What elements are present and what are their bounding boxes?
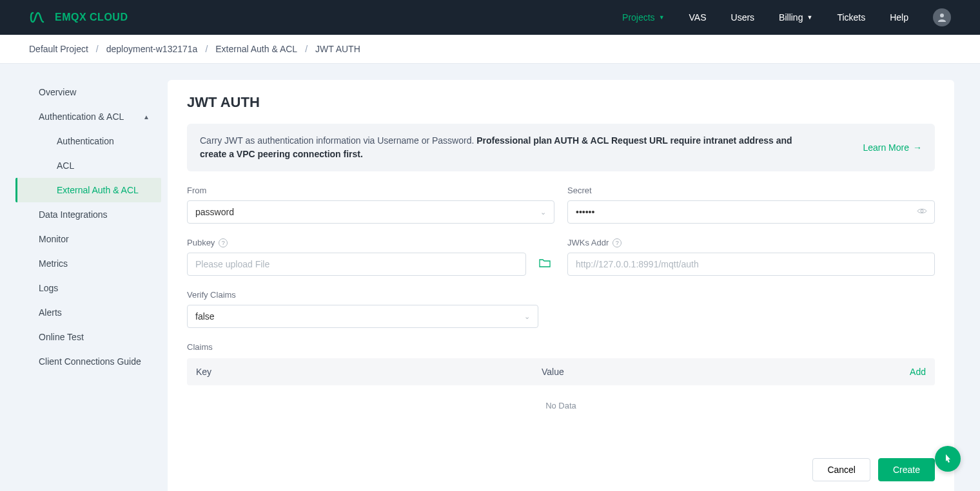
nav-billing[interactable]: Billing ▼ — [779, 12, 812, 23]
brand-logo[interactable]: EMQX CLOUD — [29, 11, 128, 24]
help-icon[interactable]: ? — [219, 238, 228, 247]
svg-point-0 — [940, 14, 944, 17]
chevron-down-icon: ▼ — [659, 14, 665, 21]
sidebar-online-test[interactable]: Online Test — [8, 325, 161, 349]
from-select[interactable]: password ⌄ — [187, 200, 554, 224]
sidebar-metrics[interactable]: Metrics — [8, 251, 161, 276]
claims-label: Claims — [187, 342, 935, 352]
pubkey-input[interactable]: Please upload File — [187, 253, 526, 276]
chevron-down-icon: ⌄ — [540, 208, 546, 217]
sidebar-logs[interactable]: Logs — [8, 276, 161, 300]
user-icon — [936, 12, 948, 23]
avatar[interactable] — [933, 8, 951, 26]
secret-label: Secret — [567, 186, 935, 195]
sidebar-authentication[interactable]: Authentication — [8, 129, 161, 153]
nav-vas[interactable]: VAS — [689, 12, 707, 23]
folder-icon[interactable] — [535, 254, 554, 274]
chevron-up-icon: ▲ — [143, 113, 150, 120]
crumb-deployment[interactable]: deployment-w132171a — [106, 44, 198, 54]
eye-icon[interactable] — [917, 206, 927, 218]
sidebar-data-integrations[interactable]: Data Integrations — [8, 202, 161, 227]
crumb-jwt: JWT AUTH — [315, 44, 360, 54]
page-title: JWT AUTH — [187, 94, 935, 111]
sidebar-overview[interactable]: Overview — [8, 80, 161, 104]
jwks-input[interactable] — [567, 253, 935, 276]
nav-projects[interactable]: Projects ▼ — [622, 12, 665, 23]
learn-more-link[interactable]: Learn More → — [863, 142, 922, 153]
sidebar-monitor[interactable]: Monitor — [8, 227, 161, 251]
sidebar-alerts[interactable]: Alerts — [8, 300, 161, 325]
sidebar: Overview Authentication & ACL ▲ Authenti… — [0, 64, 168, 491]
arrow-right-icon: → — [913, 142, 922, 153]
breadcrumb: Default Project / deployment-w132171a / … — [0, 35, 980, 64]
sidebar-auth-acl[interactable]: Authentication & ACL ▲ — [8, 104, 161, 129]
nav-users[interactable]: Users — [731, 12, 755, 23]
verify-claims-select[interactable]: false ⌄ — [187, 305, 538, 328]
verify-claims-label: Verify Claims — [187, 290, 935, 300]
nav-tickets[interactable]: Tickets — [837, 12, 865, 23]
claims-value-col: Value — [542, 367, 887, 377]
claims-key-col: Key — [196, 367, 542, 377]
help-fab[interactable] — [935, 446, 961, 472]
crumb-external-auth[interactable]: External Auth & ACL — [215, 44, 297, 54]
logo-icon — [29, 11, 48, 24]
top-nav: EMQX CLOUD Projects ▼ VAS Users Billing … — [0, 0, 980, 35]
cancel-button[interactable]: Cancel — [812, 458, 870, 481]
chevron-down-icon: ▼ — [807, 14, 812, 21]
main-panel: JWT AUTH Carry JWT as authentication inf… — [168, 80, 954, 491]
sidebar-acl[interactable]: ACL — [8, 153, 161, 178]
pubkey-label: Pubkey — [187, 238, 215, 247]
chevron-down-icon: ⌄ — [524, 313, 530, 321]
crumb-project[interactable]: Default Project — [29, 44, 88, 54]
svg-point-1 — [921, 210, 923, 213]
jwks-label: JWKs Addr — [567, 238, 609, 247]
create-button[interactable]: Create — [878, 458, 935, 481]
brand-name: EMQX CLOUD — [55, 12, 128, 23]
sidebar-conn-guide[interactable]: Client Connections Guide — [8, 349, 161, 374]
secret-input[interactable] — [567, 200, 935, 224]
nav-help[interactable]: Help — [890, 12, 908, 23]
claims-table-header: Key Value Add — [187, 358, 935, 385]
no-data-text: No Data — [187, 385, 935, 426]
sidebar-external-auth[interactable]: External Auth & ACL — [15, 178, 161, 202]
help-icon[interactable]: ? — [612, 238, 622, 247]
from-label: From — [187, 186, 554, 195]
info-banner: Carry JWT as authentication information … — [187, 124, 935, 171]
add-claim-button[interactable]: Add — [887, 367, 926, 377]
pointer-icon — [941, 452, 954, 465]
